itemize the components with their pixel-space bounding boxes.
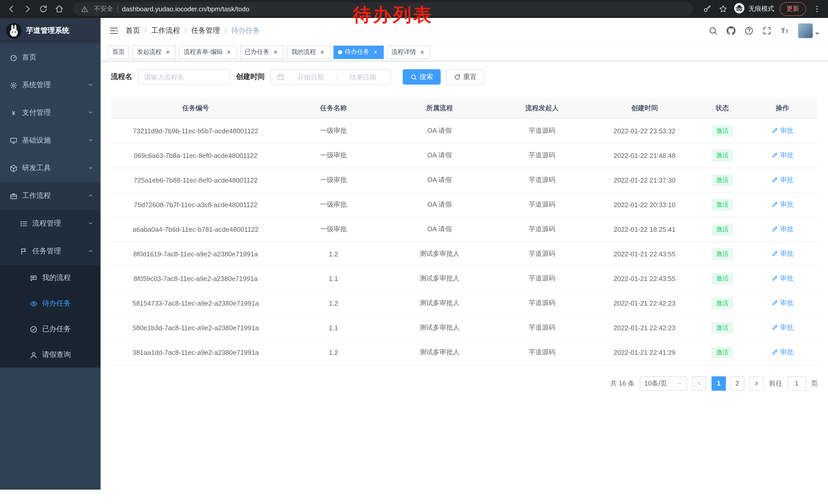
sidebar-item-label: 工作流程: [22, 191, 83, 200]
approve-link[interactable]: 审批: [771, 249, 793, 259]
sidebar-item-1[interactable]: 系统管理: [0, 71, 100, 99]
tab-2[interactable]: 流程表单-编辑×: [179, 45, 237, 59]
approve-link[interactable]: 审批: [771, 299, 793, 308]
github-icon[interactable]: [726, 26, 736, 36]
process-name-input[interactable]: [138, 69, 230, 85]
sidebar-item-11[interactable]: 请假查询: [0, 342, 100, 368]
cell-status: 激活: [697, 143, 747, 168]
key-icon[interactable]: [702, 4, 712, 14]
back-icon[interactable]: [6, 4, 16, 14]
approve-link[interactable]: 审批: [771, 323, 793, 332]
menu-dots-icon[interactable]: [812, 4, 822, 14]
tab-label: 流程详情: [391, 48, 416, 56]
sidebar-item-2[interactable]: ¥支付管理: [0, 99, 100, 127]
reset-button[interactable]: 重置: [446, 69, 484, 85]
cell-id: 73211d9d-7b9b-11ec-b5b7-acde48001122: [111, 119, 280, 143]
chevron-left-icon: [696, 380, 702, 386]
tab-close-icon[interactable]: ×: [319, 48, 326, 56]
status-badge: 激活: [711, 322, 733, 333]
approve-link[interactable]: 审批: [771, 274, 793, 283]
done-icon: [30, 325, 37, 333]
update-button[interactable]: 更新: [780, 2, 806, 16]
table-row: 58154733-7ac8-11ec-a9e2-a2380e71991a1.2测…: [111, 291, 818, 315]
cell-id: 069c6a63-7b8a-11ec-8ef0-acde48001122: [111, 143, 280, 168]
search-button[interactable]: 搜索: [403, 69, 441, 85]
user-menu[interactable]: [798, 23, 820, 39]
status-badge: 激活: [711, 149, 733, 161]
tab-close-icon[interactable]: ×: [419, 48, 426, 56]
tab-close-icon[interactable]: ×: [272, 48, 279, 56]
sidebar-item-3[interactable]: 基础设施: [0, 127, 100, 154]
cell-created: 2022-01-21 22:42:23: [591, 291, 697, 315]
status-badge: 激活: [711, 223, 733, 235]
sidebar-item-10[interactable]: 已办任务: [0, 316, 100, 342]
reload-icon[interactable]: [38, 4, 48, 14]
app-title: 芋道管理系统: [26, 26, 69, 35]
column-header-3: 流程发起人: [493, 98, 591, 119]
cell-status: 激活: [697, 192, 747, 217]
sidebar-toggle-icon[interactable]: [109, 26, 119, 36]
approve-link[interactable]: 审批: [771, 225, 793, 234]
tab-close-icon[interactable]: ×: [225, 48, 233, 56]
approve-link[interactable]: 审批: [771, 200, 793, 209]
tab-close-icon[interactable]: ×: [372, 48, 379, 56]
forward-icon[interactable]: [22, 4, 32, 14]
filter-bar: 流程名 创建时间 - 搜索: [111, 69, 818, 85]
goto-page-input[interactable]: [787, 376, 806, 391]
font-size-icon[interactable]: TT: [780, 26, 790, 36]
sidebar-item-6[interactable]: 流程管理: [0, 210, 100, 237]
breadcrumb-item-workflow[interactable]: 工作流程: [140, 26, 180, 35]
date-range-separator: -: [336, 73, 338, 81]
cell-initiator: 芋道源码: [493, 241, 591, 266]
approve-link[interactable]: 审批: [771, 151, 793, 160]
next-page-button[interactable]: [749, 376, 764, 391]
sidebar-item-0[interactable]: 首页: [0, 44, 100, 71]
date-range-picker[interactable]: -: [271, 69, 391, 85]
cell-process: 测试多审批人: [386, 241, 493, 266]
logo-image: [6, 23, 22, 39]
home-icon[interactable]: [54, 4, 64, 14]
approve-link[interactable]: 审批: [771, 348, 793, 357]
sidebar-item-9[interactable]: 待办任务: [0, 291, 100, 316]
tab-1[interactable]: 发起流程×: [132, 45, 176, 59]
tab-0[interactable]: 首页: [108, 45, 129, 59]
start-date-input[interactable]: [288, 73, 334, 81]
tab-3[interactable]: 已办任务×: [240, 45, 284, 59]
tab-6[interactable]: 流程详情×: [387, 45, 430, 59]
sidebar-item-8[interactable]: 我的流程: [0, 265, 100, 291]
breadcrumb-item-task-mgmt[interactable]: 任务管理: [180, 26, 220, 35]
sidebar-item-5[interactable]: 工作流程: [0, 182, 100, 210]
tab-5[interactable]: 待办任务×: [333, 45, 384, 59]
cell-action: 审批: [747, 192, 818, 217]
table-row: 069c6a63-7b8a-11ec-8ef0-acde48001122一级审批…: [111, 143, 818, 168]
approve-link[interactable]: 审批: [771, 175, 793, 185]
tab-4[interactable]: 我的流程×: [287, 45, 330, 59]
chevron-up-icon: [88, 192, 93, 200]
page-button-2[interactable]: 2: [730, 376, 744, 391]
app-logo[interactable]: 芋道管理系统: [0, 18, 100, 44]
page-button-1[interactable]: 1: [711, 376, 726, 391]
breadcrumb-item-home[interactable]: 首页: [126, 26, 140, 35]
calendar-icon: [276, 72, 286, 82]
top-navbar: 首页 工作流程 任务管理 待办任务: [100, 18, 828, 44]
approve-link[interactable]: 审批: [771, 126, 793, 135]
pencil-icon: [771, 201, 778, 208]
end-date-input[interactable]: [340, 73, 386, 81]
cell-process: OA 请假: [386, 217, 493, 241]
cell-status: 激活: [697, 266, 747, 291]
help-icon[interactable]: [744, 26, 754, 36]
sidebar-item-7[interactable]: 任务管理: [0, 237, 100, 265]
avatar[interactable]: [798, 23, 813, 39]
cell-name: 1.2: [280, 241, 386, 266]
cell-created: 2022-01-22 21:48:48: [591, 143, 697, 168]
page-content: 流程名 创建时间 - 搜索: [100, 61, 828, 490]
search-icon[interactable]: [708, 26, 718, 36]
sidebar-item-4[interactable]: 研发工具: [0, 154, 100, 182]
tab-close-icon[interactable]: ×: [164, 48, 171, 56]
cell-action: 审批: [747, 143, 818, 168]
prev-page-button[interactable]: [692, 376, 706, 391]
page-size-select[interactable]: 10条/页: [640, 376, 687, 391]
bookmark-star-icon[interactable]: [718, 4, 728, 14]
sidebar-item-label: 基础设施: [22, 136, 83, 145]
fullscreen-icon[interactable]: [762, 26, 772, 36]
